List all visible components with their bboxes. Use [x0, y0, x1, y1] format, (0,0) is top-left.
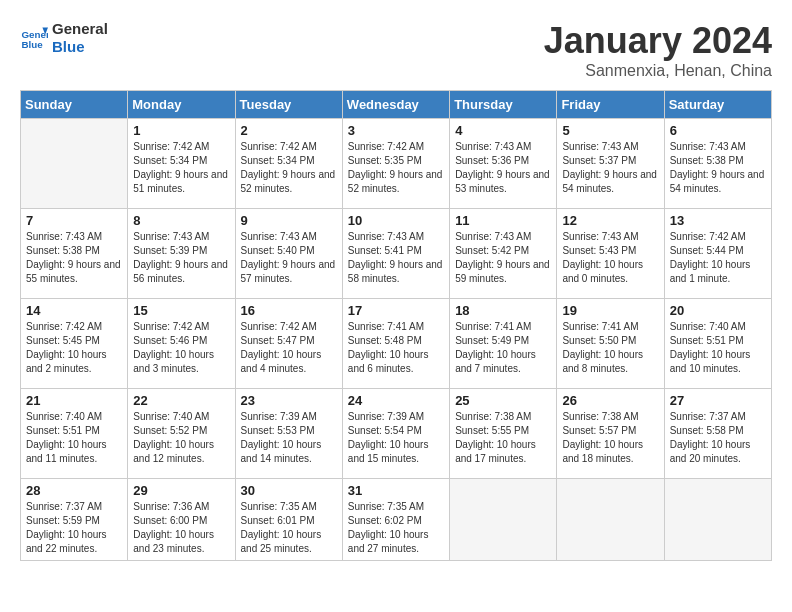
day-number: 3: [348, 123, 444, 138]
logo-text-blue: Blue: [52, 38, 108, 56]
day-info: Sunrise: 7:35 AMSunset: 6:02 PMDaylight:…: [348, 500, 444, 556]
calendar-cell: 29Sunrise: 7:36 AMSunset: 6:00 PMDayligh…: [128, 479, 235, 561]
calendar-cell: 15Sunrise: 7:42 AMSunset: 5:46 PMDayligh…: [128, 299, 235, 389]
day-info: Sunrise: 7:42 AMSunset: 5:34 PMDaylight:…: [241, 140, 337, 196]
day-number: 11: [455, 213, 551, 228]
calendar-cell: 26Sunrise: 7:38 AMSunset: 5:57 PMDayligh…: [557, 389, 664, 479]
day-info: Sunrise: 7:42 AMSunset: 5:46 PMDaylight:…: [133, 320, 229, 376]
calendar-cell: 8Sunrise: 7:43 AMSunset: 5:39 PMDaylight…: [128, 209, 235, 299]
days-header-row: SundayMondayTuesdayWednesdayThursdayFrid…: [21, 91, 772, 119]
day-number: 16: [241, 303, 337, 318]
day-number: 21: [26, 393, 122, 408]
day-info: Sunrise: 7:43 AMSunset: 5:43 PMDaylight:…: [562, 230, 658, 286]
day-number: 19: [562, 303, 658, 318]
day-info: Sunrise: 7:43 AMSunset: 5:36 PMDaylight:…: [455, 140, 551, 196]
day-number: 4: [455, 123, 551, 138]
calendar-cell: [21, 119, 128, 209]
day-number: 6: [670, 123, 766, 138]
calendar-cell: 7Sunrise: 7:43 AMSunset: 5:38 PMDaylight…: [21, 209, 128, 299]
day-info: Sunrise: 7:42 AMSunset: 5:47 PMDaylight:…: [241, 320, 337, 376]
calendar-cell: 13Sunrise: 7:42 AMSunset: 5:44 PMDayligh…: [664, 209, 771, 299]
day-number: 10: [348, 213, 444, 228]
calendar-week-4: 21Sunrise: 7:40 AMSunset: 5:51 PMDayligh…: [21, 389, 772, 479]
day-number: 25: [455, 393, 551, 408]
logo-text-general: General: [52, 20, 108, 38]
day-info: Sunrise: 7:42 AMSunset: 5:35 PMDaylight:…: [348, 140, 444, 196]
column-header-tuesday: Tuesday: [235, 91, 342, 119]
day-info: Sunrise: 7:35 AMSunset: 6:01 PMDaylight:…: [241, 500, 337, 556]
day-number: 30: [241, 483, 337, 498]
calendar-cell: 20Sunrise: 7:40 AMSunset: 5:51 PMDayligh…: [664, 299, 771, 389]
calendar-cell: 1Sunrise: 7:42 AMSunset: 5:34 PMDaylight…: [128, 119, 235, 209]
day-info: Sunrise: 7:36 AMSunset: 6:00 PMDaylight:…: [133, 500, 229, 556]
calendar-cell: 5Sunrise: 7:43 AMSunset: 5:37 PMDaylight…: [557, 119, 664, 209]
day-info: Sunrise: 7:43 AMSunset: 5:38 PMDaylight:…: [26, 230, 122, 286]
day-info: Sunrise: 7:41 AMSunset: 5:50 PMDaylight:…: [562, 320, 658, 376]
day-number: 31: [348, 483, 444, 498]
day-number: 12: [562, 213, 658, 228]
day-info: Sunrise: 7:40 AMSunset: 5:51 PMDaylight:…: [26, 410, 122, 466]
calendar-week-2: 7Sunrise: 7:43 AMSunset: 5:38 PMDaylight…: [21, 209, 772, 299]
calendar-cell: 14Sunrise: 7:42 AMSunset: 5:45 PMDayligh…: [21, 299, 128, 389]
calendar-cell: 27Sunrise: 7:37 AMSunset: 5:58 PMDayligh…: [664, 389, 771, 479]
day-number: 13: [670, 213, 766, 228]
day-info: Sunrise: 7:43 AMSunset: 5:38 PMDaylight:…: [670, 140, 766, 196]
day-number: 2: [241, 123, 337, 138]
calendar-cell: 24Sunrise: 7:39 AMSunset: 5:54 PMDayligh…: [342, 389, 449, 479]
day-number: 5: [562, 123, 658, 138]
month-title: January 2024: [544, 20, 772, 62]
calendar-cell: 2Sunrise: 7:42 AMSunset: 5:34 PMDaylight…: [235, 119, 342, 209]
day-info: Sunrise: 7:38 AMSunset: 5:55 PMDaylight:…: [455, 410, 551, 466]
column-header-monday: Monday: [128, 91, 235, 119]
calendar-cell: 22Sunrise: 7:40 AMSunset: 5:52 PMDayligh…: [128, 389, 235, 479]
day-number: 9: [241, 213, 337, 228]
location-title: Sanmenxia, Henan, China: [544, 62, 772, 80]
day-info: Sunrise: 7:43 AMSunset: 5:37 PMDaylight:…: [562, 140, 658, 196]
day-number: 14: [26, 303, 122, 318]
day-info: Sunrise: 7:37 AMSunset: 5:58 PMDaylight:…: [670, 410, 766, 466]
day-number: 1: [133, 123, 229, 138]
calendar-cell: 28Sunrise: 7:37 AMSunset: 5:59 PMDayligh…: [21, 479, 128, 561]
calendar-cell: 31Sunrise: 7:35 AMSunset: 6:02 PMDayligh…: [342, 479, 449, 561]
calendar-cell: 4Sunrise: 7:43 AMSunset: 5:36 PMDaylight…: [450, 119, 557, 209]
calendar-cell: 16Sunrise: 7:42 AMSunset: 5:47 PMDayligh…: [235, 299, 342, 389]
calendar-cell: 19Sunrise: 7:41 AMSunset: 5:50 PMDayligh…: [557, 299, 664, 389]
calendar-cell: 17Sunrise: 7:41 AMSunset: 5:48 PMDayligh…: [342, 299, 449, 389]
column-header-sunday: Sunday: [21, 91, 128, 119]
day-number: 8: [133, 213, 229, 228]
day-info: Sunrise: 7:40 AMSunset: 5:52 PMDaylight:…: [133, 410, 229, 466]
day-number: 22: [133, 393, 229, 408]
day-number: 27: [670, 393, 766, 408]
day-info: Sunrise: 7:39 AMSunset: 5:54 PMDaylight:…: [348, 410, 444, 466]
calendar-cell: [450, 479, 557, 561]
day-info: Sunrise: 7:43 AMSunset: 5:40 PMDaylight:…: [241, 230, 337, 286]
column-header-thursday: Thursday: [450, 91, 557, 119]
title-block: January 2024 Sanmenxia, Henan, China: [544, 20, 772, 80]
calendar-cell: 11Sunrise: 7:43 AMSunset: 5:42 PMDayligh…: [450, 209, 557, 299]
day-info: Sunrise: 7:43 AMSunset: 5:42 PMDaylight:…: [455, 230, 551, 286]
calendar-cell: 21Sunrise: 7:40 AMSunset: 5:51 PMDayligh…: [21, 389, 128, 479]
day-info: Sunrise: 7:41 AMSunset: 5:48 PMDaylight:…: [348, 320, 444, 376]
column-header-friday: Friday: [557, 91, 664, 119]
calendar-cell: 12Sunrise: 7:43 AMSunset: 5:43 PMDayligh…: [557, 209, 664, 299]
day-number: 17: [348, 303, 444, 318]
calendar-cell: 30Sunrise: 7:35 AMSunset: 6:01 PMDayligh…: [235, 479, 342, 561]
calendar-week-3: 14Sunrise: 7:42 AMSunset: 5:45 PMDayligh…: [21, 299, 772, 389]
day-info: Sunrise: 7:42 AMSunset: 5:44 PMDaylight:…: [670, 230, 766, 286]
column-header-saturday: Saturday: [664, 91, 771, 119]
day-number: 24: [348, 393, 444, 408]
day-number: 23: [241, 393, 337, 408]
day-info: Sunrise: 7:42 AMSunset: 5:45 PMDaylight:…: [26, 320, 122, 376]
day-info: Sunrise: 7:41 AMSunset: 5:49 PMDaylight:…: [455, 320, 551, 376]
day-number: 20: [670, 303, 766, 318]
day-info: Sunrise: 7:43 AMSunset: 5:41 PMDaylight:…: [348, 230, 444, 286]
page-header: General Blue General Blue January 2024 S…: [20, 20, 772, 80]
calendar-cell: 23Sunrise: 7:39 AMSunset: 5:53 PMDayligh…: [235, 389, 342, 479]
day-number: 7: [26, 213, 122, 228]
day-number: 28: [26, 483, 122, 498]
calendar-cell: 25Sunrise: 7:38 AMSunset: 5:55 PMDayligh…: [450, 389, 557, 479]
day-number: 26: [562, 393, 658, 408]
logo-icon: General Blue: [20, 24, 48, 52]
logo: General Blue General Blue: [20, 20, 108, 56]
day-number: 18: [455, 303, 551, 318]
